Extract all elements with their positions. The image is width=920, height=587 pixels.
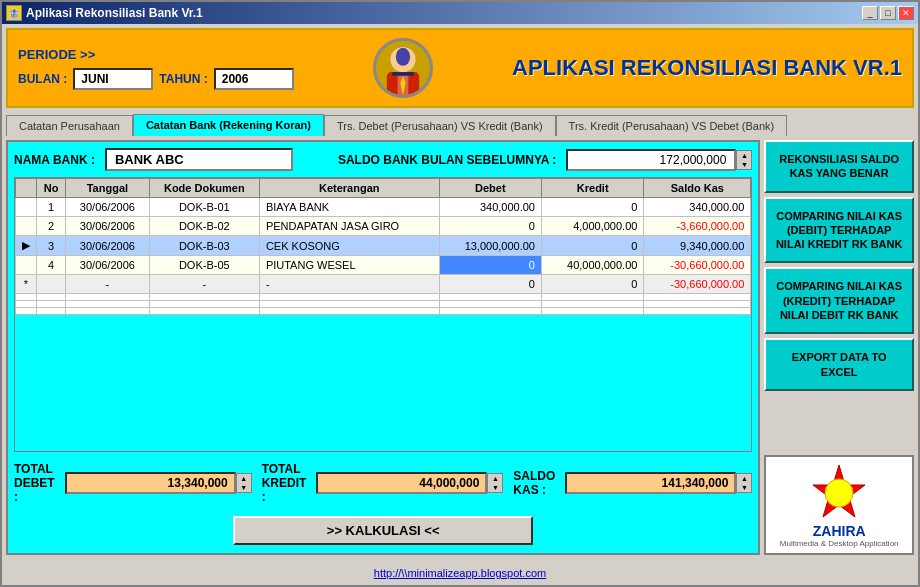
logo-area: ZAHIRA Multimedia & Desktop Application xyxy=(764,455,914,555)
app-title: APLIKASI REKONSILIASI BANK VR.1 xyxy=(512,55,902,81)
export-button[interactable]: EXPORT DATA TO EXCEL xyxy=(764,338,914,391)
cell-no: 3 xyxy=(37,236,66,256)
svg-point-4 xyxy=(396,47,410,65)
top-left: PERIODE >> BULAN : TAHUN : xyxy=(18,47,294,90)
saldo-kas-spinner[interactable]: ▲ ▼ xyxy=(736,473,752,493)
saldo-input[interactable] xyxy=(566,149,736,171)
cell-keterangan: - xyxy=(259,275,439,294)
totals-row: TOTAL DEBET : ▲ ▼ TOTAL KREDIT : ▲ ▼ xyxy=(14,458,752,508)
cell-kode: DOK-B-01 xyxy=(149,198,259,217)
cell-saldo: 9,340,000.00 xyxy=(644,236,751,256)
table-row-empty xyxy=(16,308,751,315)
cell-kode: DOK-B-03 xyxy=(149,236,259,256)
avatar xyxy=(373,38,433,98)
tab-trs-debet[interactable]: Trs. Debet (Perusahaan) VS Kredit (Bank) xyxy=(324,115,556,136)
svg-point-8 xyxy=(825,479,853,507)
total-kredit-input[interactable] xyxy=(316,472,487,494)
debet-spinner[interactable]: ▲ ▼ xyxy=(236,473,252,493)
cell-saldo: -30,660,000.00 xyxy=(644,256,751,275)
tab-catatan-perusahaan[interactable]: Catatan Perusahaan xyxy=(6,115,133,136)
main-content: PERIODE >> BULAN : TAHUN : xyxy=(2,24,918,559)
tahun-label: TAHUN : xyxy=(159,72,207,86)
data-table-container: No Tanggal Kode Dokumen Keterangan Debet… xyxy=(14,177,752,452)
cell-no: 4 xyxy=(37,256,66,275)
col-debet: Debet xyxy=(439,179,541,198)
cell-saldo: -30,660,000.00 xyxy=(644,275,751,294)
spin-down-icon[interactable]: ▼ xyxy=(237,483,251,492)
kalkulasi-button[interactable]: >> KALKULASI << xyxy=(233,516,533,545)
bank-header: NAMA BANK : SALDO BANK BULAN SEBELUMNYA … xyxy=(14,148,752,171)
bulan-input[interactable] xyxy=(73,68,153,90)
spin-up-icon[interactable]: ▲ xyxy=(488,474,502,483)
cell-saldo: -3,660,000.00 xyxy=(644,217,751,236)
cell-tanggal: 30/06/2006 xyxy=(66,217,150,236)
spin-down-icon[interactable]: ▼ xyxy=(737,160,751,169)
cell-keterangan: PIUTANG WESEL xyxy=(259,256,439,275)
close-button[interactable]: ✕ xyxy=(898,6,914,20)
table-row-empty xyxy=(16,294,751,301)
tab-trs-kredit[interactable]: Trs. Kredit (Perusahaan) VS Debet (Bank) xyxy=(556,115,788,136)
table-row-empty xyxy=(16,301,751,308)
main-panel: NAMA BANK : SALDO BANK BULAN SEBELUMNYA … xyxy=(6,140,760,555)
table-row[interactable]: 2 30/06/2006 DOK-B-02 PENDAPATAN JASA GI… xyxy=(16,217,751,236)
spin-up-icon[interactable]: ▲ xyxy=(237,474,251,483)
table-row[interactable]: * - - - 0 0 -30,660,000.00 xyxy=(16,275,751,294)
bulan-row: BULAN : TAHUN : xyxy=(18,68,294,90)
col-kode: Kode Dokumen xyxy=(149,179,259,198)
cell-debet: 340,000.00 xyxy=(439,198,541,217)
title-bar: 🏦 Aplikasi Rekonsiliasi Bank Vr.1 _ □ ✕ xyxy=(2,2,918,24)
cell-debet: 0 xyxy=(439,275,541,294)
kredit-spinner[interactable]: ▲ ▼ xyxy=(487,473,503,493)
top-panel: PERIODE >> BULAN : TAHUN : xyxy=(6,28,914,108)
cell-no xyxy=(37,275,66,294)
tahun-input[interactable] xyxy=(214,68,294,90)
svg-rect-5 xyxy=(392,72,414,76)
comparing-debit-button[interactable]: COMPARING NILAI KAS (DEBIT) TERHADAP NIL… xyxy=(764,197,914,264)
cell-keterangan: CEK KOSONG xyxy=(259,236,439,256)
col-no: No xyxy=(37,179,66,198)
col-saldo: Saldo Kas xyxy=(644,179,751,198)
cell-keterangan: BIAYA BANK xyxy=(259,198,439,217)
cell-no: 2 xyxy=(37,217,66,236)
spin-up-icon[interactable]: ▲ xyxy=(737,474,751,483)
logo-subtext: Multimedia & Desktop Application xyxy=(780,539,899,548)
cell-kode: DOK-B-02 xyxy=(149,217,259,236)
cell-debet: 13,000,000.00 xyxy=(439,236,541,256)
logo-svg xyxy=(809,463,869,523)
top-center xyxy=(294,38,512,98)
footer-link[interactable]: http://\\minimalizeapp.blogspot.com xyxy=(374,567,546,579)
app-icon: 🏦 xyxy=(6,5,22,21)
logo-star-container xyxy=(809,463,869,523)
total-debet-input[interactable] xyxy=(65,472,236,494)
cell-keterangan: PENDAPATAN JASA GIRO xyxy=(259,217,439,236)
table-row[interactable]: ▶ 3 30/06/2006 DOK-B-03 CEK KOSONG 13,00… xyxy=(16,236,751,256)
spin-down-icon[interactable]: ▼ xyxy=(737,483,751,492)
table-row[interactable]: 1 30/06/2006 DOK-B-01 BIAYA BANK 340,000… xyxy=(16,198,751,217)
saldo-kas-input[interactable] xyxy=(565,472,736,494)
cell-debet: 0 xyxy=(439,256,541,275)
spin-down-icon[interactable]: ▼ xyxy=(488,483,502,492)
body-area: NAMA BANK : SALDO BANK BULAN SEBELUMNYA … xyxy=(6,140,914,555)
cell-kredit: 0 xyxy=(541,236,643,256)
table-row[interactable]: 4 30/06/2006 DOK-B-05 PIUTANG WESEL 0 40… xyxy=(16,256,751,275)
cell-tanggal: 30/06/2006 xyxy=(66,198,150,217)
nama-bank-input[interactable] xyxy=(105,148,293,171)
cell-kredit: 40,000,000.00 xyxy=(541,256,643,275)
minimize-button[interactable]: _ xyxy=(862,6,878,20)
rekonsiliasi-button[interactable]: REKONSILIASI SALDO KAS YANG BENAR xyxy=(764,140,914,193)
main-window: 🏦 Aplikasi Rekonsiliasi Bank Vr.1 _ □ ✕ … xyxy=(0,0,920,587)
cell-kode: - xyxy=(149,275,259,294)
col-tanggal: Tanggal xyxy=(66,179,150,198)
cell-kredit: 0 xyxy=(541,198,643,217)
cell-kode: DOK-B-05 xyxy=(149,256,259,275)
spin-up-icon[interactable]: ▲ xyxy=(737,151,751,160)
kalkulasi-row: >> KALKULASI << xyxy=(14,514,752,547)
maximize-button[interactable]: □ xyxy=(880,6,896,20)
window-controls: _ □ ✕ xyxy=(862,6,914,20)
cell-tanggal: 30/06/2006 xyxy=(66,256,150,275)
cell-no: 1 xyxy=(37,198,66,217)
saldo-spinner[interactable]: ▲ ▼ xyxy=(736,150,752,170)
comparing-kredit-button[interactable]: COMPARING NILAI KAS (KREDIT) TERHADAP NI… xyxy=(764,267,914,334)
col-kredit: Kredit xyxy=(541,179,643,198)
tab-catatan-bank[interactable]: Catatan Bank (Rekening Koran) xyxy=(133,114,324,136)
